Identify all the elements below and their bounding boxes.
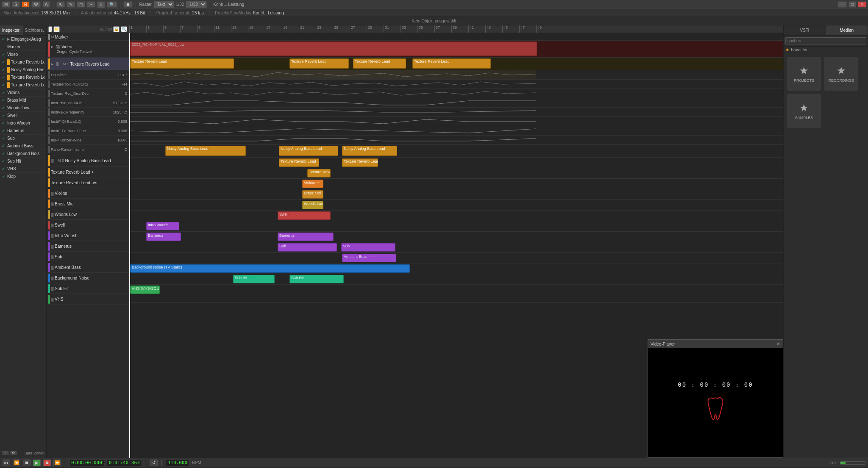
clip-tplus2[interactable]: Texture Reverb Lead + [342, 158, 378, 167]
clip-texture1[interactable]: Texture Reverb Lead [130, 58, 234, 69]
win-close-btn[interactable]: ✕ [858, 1, 866, 8]
win-max-btn[interactable]: □ [849, 1, 856, 8]
loop-btn[interactable]: ↺ [150, 460, 158, 466]
clip-texture3[interactable]: Texture Reverb Lead [353, 58, 406, 69]
clip-sub2[interactable]: Sub [341, 243, 395, 252]
clip-tplus1[interactable]: Texture Reverb Lead + [279, 158, 319, 167]
right-card-recordings[interactable]: ★ RECORDINGS [824, 57, 858, 91]
right-tab-vsti[interactable]: VSTi [784, 25, 826, 35]
sidebar-tab-sichtbare[interactable]: Sichtbare. [23, 25, 47, 35]
transport-rewind-btn[interactable]: ⏮ [3, 460, 10, 466]
clip-bamerus1[interactable]: Bamerus [146, 233, 181, 241]
list-item-texture3[interactable]: ✓ Texture Reverb Le [0, 81, 46, 89]
track-row-background: Background Noise (TV Static) [129, 263, 783, 274]
clip-subhit2[interactable]: Sub Hit [289, 275, 344, 283]
toolbar-w-btn[interactable]: W [31, 1, 40, 8]
pencil-tool[interactable]: ✎ [67, 1, 75, 8]
list-item-subhit[interactable]: ✓ Sub Hit [0, 158, 46, 165]
list-item-violins[interactable]: ✓ Violins [0, 89, 46, 97]
clip-intro[interactable]: Intro Woosh [146, 222, 179, 230]
right-search-input[interactable] [785, 37, 866, 44]
track-header-fx9: Pano-Ra-as-Inscrip C [47, 145, 129, 154]
toolbar-a-btn[interactable]: A [42, 1, 50, 8]
recordings-star-icon: ★ [837, 65, 846, 77]
recordings-label: RECORDINGS [828, 78, 854, 83]
record-btn[interactable]: ⏺ [123, 1, 133, 8]
transport-stop-btn[interactable]: ⏹ [23, 460, 31, 466]
transport-play-btn[interactable]: ▶ [33, 460, 41, 466]
list-item-bamerus[interactable]: ✓ Bamerus [0, 127, 46, 135]
clip-texture4[interactable]: Texture Reverb Lead [412, 58, 491, 69]
list-item-marker[interactable]: Marker [0, 43, 46, 51]
transport-forward-btn[interactable]: ⏩ [53, 460, 61, 466]
track-header-fx4: Instr-Rvc_on-64-mu 57:02 % [47, 98, 129, 108]
list-item-intro[interactable]: ✓ Intro Woosh [0, 119, 46, 127]
quantize-select[interactable]: 1/32 [186, 1, 207, 8]
track-row-fx2 [129, 80, 783, 89]
clip-video[interactable]: 2003_RC-4K-FINAL_0023_low [130, 42, 537, 56]
sidebar-add-btn[interactable]: + [2, 451, 8, 455]
list-item-video[interactable]: ✓ Video [0, 51, 46, 58]
time-start-display: 0:00:00.000 [69, 459, 104, 466]
clip-ambient[interactable]: Ambient Bass —— [342, 254, 396, 262]
list-item-texture1[interactable]: ✓ Texture Reverb Le [0, 58, 46, 66]
list-item-woods[interactable]: ✓ Woods Low [0, 104, 46, 112]
video-player-close-btn[interactable]: ✕ [776, 341, 780, 347]
right-card-projects[interactable]: ★ PROJECTS [787, 57, 821, 91]
search-tracks-btn[interactable]: 🔍 [121, 26, 127, 32]
toolbar-s-btn[interactable]: S [12, 1, 20, 8]
video-player-titlebar[interactable]: Video-Player ✕ [648, 340, 783, 348]
clip-vhs[interactable]: VHS (VHS-SOUND-EFFECT) [130, 285, 160, 294]
track-row-brass: Brass Mid [129, 189, 783, 200]
track-headers: + 📁 20 / 20 🔒 🔍 M Marker [47, 25, 129, 458]
clip-subhit1[interactable]: Sub Hit —— [233, 275, 275, 283]
right-card-samples[interactable]: ★ SAMPLES [787, 94, 821, 128]
win-min-btn[interactable]: — [837, 1, 847, 8]
list-item-texture2[interactable]: ✓ Texture Reverb Le [0, 74, 46, 81]
right-tab-medien[interactable]: Medien [826, 25, 868, 35]
clip-noisy3[interactable]: Noisy Analog Bass Lead [342, 146, 397, 156]
list-item-swell[interactable]: ✓ Swell [0, 112, 46, 119]
clip-sub1[interactable]: Sub [278, 243, 337, 252]
glue-tool[interactable]: ⧖ [97, 1, 105, 8]
cursor-tool[interactable]: ↖ [56, 1, 65, 8]
transport-back-btn[interactable]: ⏪ [13, 460, 20, 466]
list-item-brass[interactable]: ✓ Brass Mid [0, 97, 46, 104]
list-item-noisy[interactable]: ✓ Noisy Analog Bas [0, 66, 46, 74]
clip-woods[interactable]: Woods Low [302, 201, 323, 209]
video-logo-icon [705, 396, 726, 424]
bpm-label: BPM [192, 460, 201, 465]
clip-swell[interactable]: Swell [278, 211, 331, 220]
clip-brass[interactable]: Brass Mid [302, 190, 323, 199]
sidebar-settings-btn[interactable]: ⚙ [10, 451, 17, 455]
lock-btn[interactable]: 🔒 [113, 26, 120, 32]
raster-select[interactable]: Takt [153, 1, 174, 8]
sidebar-tab-inspektor[interactable]: Inspektor. [0, 25, 23, 35]
toolbar-m-btn[interactable]: M [2, 1, 10, 8]
list-item-sub[interactable]: ✓ Sub [0, 135, 46, 142]
projects-label: PROJECTS [794, 78, 814, 83]
clip-violins[interactable]: Violins — [302, 180, 323, 188]
cut-tool[interactable]: ✂ [87, 1, 95, 8]
folder-btn[interactable]: 📁 [53, 26, 60, 32]
list-item-ambient[interactable]: ✓ Ambient Bass [0, 142, 46, 150]
timeline-area: 1 3 5 7 9 11 13 15 17 19 21 23 25 27 29 … [129, 25, 783, 458]
video-player: Video-Player ✕ 00 : 00 : 00 : 00 [648, 339, 783, 458]
list-item-klop[interactable]: ✓ Klop [0, 173, 46, 180]
clip-noisy2[interactable]: Noisy Analog Bass Lead [279, 146, 338, 156]
favorites-bar: ★ Favoriten [784, 47, 868, 53]
toolbar-r-btn[interactable]: R [22, 1, 30, 8]
transport-record-btn[interactable]: ⏺ [43, 460, 51, 466]
clip-texture2[interactable]: Texture Reverb Lead [289, 58, 349, 69]
list-item-vhs[interactable]: ✓ VHS [0, 165, 46, 173]
clip-tes1[interactable]: Texture Reverb Lead [307, 169, 331, 177]
clip-noisy1[interactable]: Noisy Analog Bass Lead [165, 146, 246, 156]
eraser-tool[interactable]: ◻ [77, 1, 85, 8]
list-item-eingangs[interactable]: ✓ ▶ Eingangs-/Ausg [0, 36, 46, 43]
max-record-info: Max. Aufnahmezeit 139 Std 21 Min [3, 11, 70, 15]
clip-background[interactable]: Background Noise (TV Static) [130, 264, 410, 273]
clip-bamerus2[interactable]: Bamerus [278, 233, 334, 241]
list-item-background[interactable]: ✓ Background Nois [0, 150, 46, 158]
add-track-btn[interactable]: + [48, 26, 52, 32]
zoom-in-tool[interactable]: 🔍 [107, 1, 117, 8]
